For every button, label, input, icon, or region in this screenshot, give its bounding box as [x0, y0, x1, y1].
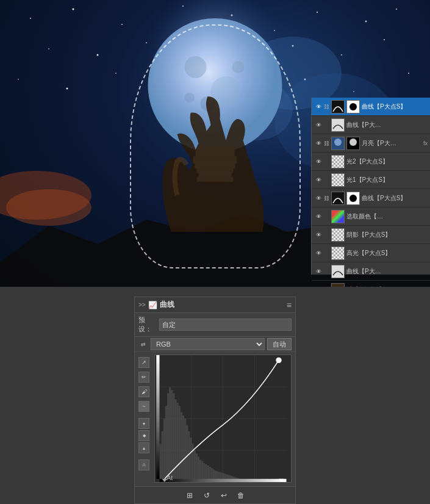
channel-select[interactable]: RGB Red Green Blue — [151, 338, 265, 350]
layer-item[interactable]: 👁 光1【P大点S】 — [312, 171, 430, 189]
expand-icon[interactable]: >> — [138, 301, 146, 308]
svg-rect-81 — [196, 453, 198, 482]
preset-select[interactable]: 自定 线性 中对比度 — [159, 319, 292, 331]
eye-icon[interactable]: 👁 — [314, 267, 323, 276]
svg-point-52 — [349, 195, 357, 202]
eye-icon[interactable]: 👁 — [314, 194, 323, 203]
reset-tool[interactable]: ⚠ — [138, 459, 149, 470]
link-icon: ⛓ — [324, 140, 330, 146]
curves-icon: 📈 — [148, 301, 157, 309]
svg-rect-72 — [179, 406, 181, 482]
panel-title: 曲线 — [160, 300, 174, 310]
layer-thumbnail — [331, 118, 345, 132]
eye-icon[interactable]: 👁 — [314, 231, 323, 239]
layer-item[interactable]: 👁 曲线【P大… — [312, 116, 430, 134]
curve-tool[interactable]: ~ — [138, 401, 149, 412]
preset-row: 预设： 自定 线性 中对比度 — [135, 313, 295, 337]
svg-rect-77 — [188, 431, 190, 482]
svg-rect-64 — [163, 419, 165, 482]
layer-thumbnail — [331, 137, 345, 150]
layer-thumbnail — [331, 155, 345, 168]
layer-name: 阴影【P大点S】 — [346, 231, 428, 239]
eye-icon[interactable]: 👁 — [314, 212, 323, 221]
svg-rect-107 — [156, 355, 159, 479]
pencil-tool[interactable]: ✏ — [138, 372, 149, 383]
svg-rect-65 — [165, 406, 167, 482]
sample-midtones[interactable]: ◆ — [138, 430, 149, 441]
svg-point-36 — [232, 61, 244, 73]
layer-name: 曲线【P大点S】 — [362, 103, 428, 111]
layer-mask-thumbnail — [346, 100, 360, 113]
layer-name: 曲线【P大点S】 — [362, 194, 428, 203]
eye-icon[interactable]: 👁 — [314, 249, 323, 257]
eye-icon[interactable]: 👁 — [314, 139, 323, 148]
sample-shadows[interactable]: ▼ — [138, 418, 149, 429]
layer-item[interactable]: 👁 曲线【P大… — [312, 262, 430, 281]
channel-row: ⇄ RGB Red Green Blue 自动 — [135, 337, 295, 352]
layer-mask-thumbnail — [346, 192, 360, 205]
svg-rect-80 — [194, 450, 196, 482]
svg-point-48 — [334, 139, 342, 146]
svg-rect-75 — [184, 419, 186, 482]
svg-rect-78 — [190, 437, 192, 482]
layer-name: 光1【P大点S】 — [346, 176, 428, 184]
curves-area: ↗ ✏ 🖌 ~ ▼ ◆ ▲ ⚠ — [135, 353, 295, 488]
eye-icon[interactable]: 👁 — [314, 103, 323, 111]
reset-button[interactable]: ↩ — [218, 489, 230, 502]
link-icon: ⛓ — [324, 195, 330, 201]
layer-item[interactable]: 👁 ⛓ 月亮【P大… fx — [312, 134, 430, 153]
svg-point-45 — [349, 103, 357, 110]
layers-panel: 👁 ⛓ 曲线【P大点S】 👁 — [311, 98, 430, 275]
layer-mask-thumbnail — [346, 137, 360, 150]
layer-name: 曲线【P大… — [346, 121, 428, 129]
svg-point-33 — [184, 56, 206, 78]
properties-header: >> 📈 曲线 ≡ — [135, 297, 295, 313]
layer-name: 高光【P大点S】 — [346, 249, 428, 257]
svg-rect-76 — [186, 425, 188, 482]
canvas-area: 👁 ⛓ 曲线【P大点S】 👁 — [0, 0, 430, 287]
svg-rect-71 — [177, 403, 179, 482]
svg-point-50 — [349, 139, 357, 146]
channel-icon: ⇄ — [138, 339, 148, 349]
clip-button[interactable]: ↺ — [201, 489, 213, 502]
layer-thumbnail — [331, 228, 345, 242]
eye-icon[interactable]: 👁 — [314, 157, 323, 166]
layer-thumbnail — [331, 192, 345, 205]
svg-rect-70 — [174, 400, 176, 482]
at-indicator: At — [167, 474, 173, 481]
layer-item[interactable]: 👁 阴影【P大点S】 — [312, 226, 430, 244]
tools-column: ↗ ✏ 🖌 ~ ▼ ◆ ▲ ⚠ — [138, 355, 151, 486]
layer-name: 选取颜色【… — [346, 212, 428, 221]
layer-name: 光2【P大点S】 — [346, 157, 428, 166]
svg-rect-83 — [199, 460, 201, 482]
pointer-tool[interactable]: ↗ — [138, 357, 149, 368]
svg-rect-74 — [182, 416, 184, 482]
layer-thumbnail — [331, 100, 345, 113]
svg-point-105 — [276, 358, 281, 362]
properties-footer: ⊞ ↺ ↩ 🗑 — [135, 486, 295, 503]
add-layer-button[interactable]: ⊞ — [184, 489, 196, 502]
layer-thumbnail — [331, 173, 345, 187]
layer-thumbnail — [331, 247, 345, 260]
svg-rect-67 — [169, 387, 171, 482]
layer-item[interactable]: 👁 ⛓ 手【P大点S】 — [312, 281, 430, 287]
curves-graph[interactable] — [154, 355, 292, 483]
svg-point-37 — [184, 93, 194, 103]
layer-item[interactable]: 👁 光2【P大点S】 — [312, 153, 430, 171]
layer-item[interactable]: 👁 ⛓ 曲线【P大点S】 — [312, 189, 430, 207]
layer-name: 曲线【P大… — [346, 267, 428, 276]
auto-button[interactable]: 自动 — [267, 338, 292, 350]
svg-rect-73 — [181, 412, 182, 482]
sample-highlights[interactable]: ▲ — [138, 442, 149, 453]
eye-icon[interactable]: 👁 — [314, 176, 323, 184]
fx-badge: fx — [423, 140, 428, 146]
delete-button[interactable]: 🗑 — [235, 489, 247, 502]
eye-icon[interactable]: 👁 — [314, 121, 323, 129]
layer-item[interactable]: 👁 高光【P大点S】 — [312, 244, 430, 262]
menu-icon[interactable]: ≡ — [287, 300, 292, 310]
brush-tool[interactable]: 🖌 — [138, 386, 149, 397]
layer-item[interactable]: 👁 选取颜色【… — [312, 207, 430, 226]
link-icon: ⛓ — [324, 104, 330, 110]
layer-item[interactable]: 👁 ⛓ 曲线【P大点S】 — [312, 98, 430, 116]
svg-rect-106 — [160, 479, 287, 482]
